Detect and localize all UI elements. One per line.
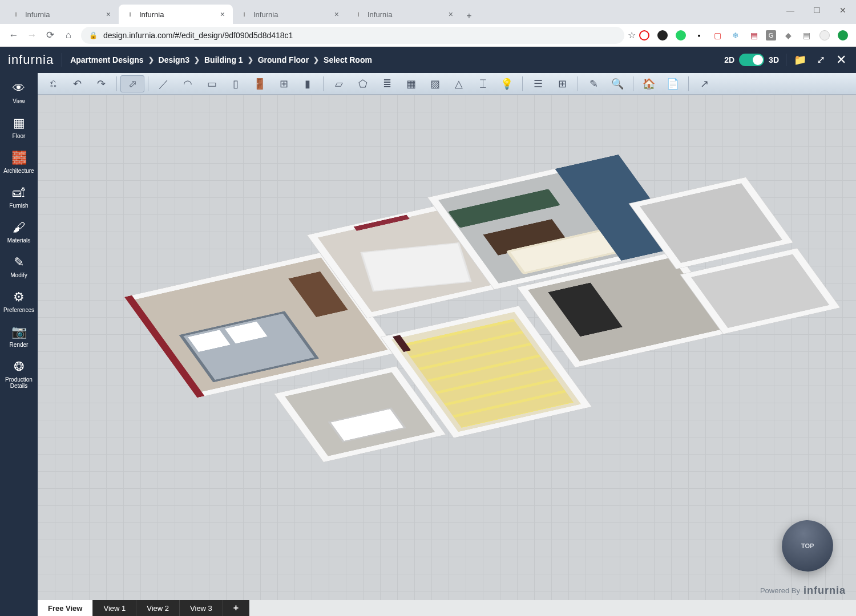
view-tab-free-view[interactable]: Free View: [38, 600, 93, 616]
breadcrumb-item-1[interactable]: Design3: [159, 55, 189, 64]
ext-misc-icon[interactable]: ▤: [800, 29, 813, 42]
view-tab-view-2[interactable]: View 2: [136, 600, 180, 616]
tool-redo-button[interactable]: ↷: [89, 75, 113, 92]
bookmark-star-icon[interactable]: ☆: [628, 30, 636, 40]
tool-door-button[interactable]: 🚪: [248, 75, 272, 92]
floorplan-3d[interactable]: [96, 161, 798, 508]
tab-close-icon[interactable]: ×: [449, 10, 453, 19]
fixture-sink[interactable]: [328, 407, 406, 442]
design-canvas[interactable]: TOP Powered By infurnia: [38, 95, 856, 600]
add-view-tab-button[interactable]: +: [223, 600, 249, 616]
ext-red-icon[interactable]: ▢: [711, 29, 724, 42]
ext-opera-icon[interactable]: [638, 29, 651, 42]
tool-ceiling-button[interactable]: ▦: [399, 75, 423, 92]
breadcrumb-item-2[interactable]: Building 1: [204, 55, 243, 64]
view-compass[interactable]: TOP: [774, 513, 840, 578]
new-tab-button[interactable]: +: [461, 8, 477, 24]
ext-green-icon[interactable]: [837, 29, 849, 42]
tab-close-icon[interactable]: ×: [334, 10, 339, 19]
sidebar-item-materials[interactable]: 🖌Materials: [0, 214, 38, 249]
sidebar-item-furnish[interactable]: 🛋Furnish: [0, 180, 38, 214]
folder-icon[interactable]: 📁: [793, 53, 807, 67]
tool-share-button[interactable]: ↗: [692, 75, 716, 92]
nav-reload-button[interactable]: ⟳: [41, 26, 59, 44]
tab-close-icon[interactable]: ×: [106, 10, 111, 19]
browser-tab-2[interactable]: i Infurnia ×: [233, 5, 347, 24]
tool-pencil-button[interactable]: ✎: [582, 75, 605, 92]
sidebar-item-preferences[interactable]: ⚙Preferences: [0, 284, 38, 319]
nav-back-button[interactable]: ←: [5, 26, 23, 44]
toggle-switch[interactable]: [739, 54, 764, 66]
tool-sheet-button[interactable]: 📄: [661, 75, 685, 92]
ext-pdf-icon[interactable]: ▤: [748, 29, 760, 42]
appliance-fridge[interactable]: [548, 283, 622, 337]
sidebar-item-view[interactable]: 👁View: [0, 75, 38, 110]
app-logo[interactable]: infurnia: [8, 52, 54, 67]
powered-by-brand: infurnia: [803, 585, 846, 597]
tool-arc-button[interactable]: ◠: [176, 75, 200, 92]
browser-tab-3[interactable]: i Infurnia ×: [347, 5, 461, 24]
nav-forward-button[interactable]: →: [23, 26, 41, 44]
browser-tab-strip: i Infurnia × i Infurnia × i Infurnia × i…: [0, 0, 856, 24]
window-minimize-button[interactable]: —: [777, 6, 803, 15]
url-input[interactable]: 🔒 design.infurnia.com/#/edit_design/9df0…: [81, 27, 624, 44]
sidebar: 👁View▦Floor🧱Architecture🛋Furnish🖌Materia…: [0, 73, 38, 616]
view-mode-toggle[interactable]: 2D 3D: [724, 54, 779, 66]
browser-tab-0[interactable]: i Infurnia ×: [5, 5, 119, 24]
staircase[interactable]: [401, 319, 574, 428]
tool-light-button[interactable]: 💡: [495, 75, 519, 92]
tool-pointer-button[interactable]: ⬀: [120, 75, 144, 92]
toolbar: ⎌↶↷⬀／◠▭▯🚪⊞▮▱⬠≣▦▨△⌶💡☰⊞✎🔍🏠📄↗: [38, 73, 856, 95]
tool-rect-button[interactable]: ▭: [200, 75, 224, 92]
sidebar-item-floor[interactable]: ▦Floor: [0, 110, 38, 145]
favicon-icon: i: [240, 10, 249, 19]
ext-snow-icon[interactable]: ❄: [729, 29, 742, 42]
window-close-button[interactable]: ✕: [830, 6, 856, 15]
breadcrumb-item-0[interactable]: Apartment Designs: [70, 55, 143, 64]
sidebar-item-production-details[interactable]: ❂Production Details: [0, 354, 38, 395]
tool-line-button[interactable]: ／: [152, 75, 176, 92]
tool-layers-button[interactable]: ☰: [526, 75, 550, 92]
tool-stool-button[interactable]: ⌶: [471, 75, 495, 92]
tool-shape-button[interactable]: ⬠: [351, 75, 375, 92]
breadcrumb-item-4[interactable]: Select Room: [324, 55, 372, 64]
favicon-icon: i: [11, 10, 21, 19]
nav-home-button[interactable]: ⌂: [59, 26, 78, 44]
furniture-bed[interactable]: [179, 311, 319, 382]
ext-g-icon[interactable]: G: [766, 30, 776, 40]
tool-undo-button[interactable]: ↶: [65, 75, 89, 92]
tool-home-button[interactable]: 🏠: [637, 75, 661, 92]
sidebar-item-modify[interactable]: ✎Modify: [0, 249, 38, 284]
view-tab-view-1[interactable]: View 1: [93, 600, 136, 616]
tool-roof-button[interactable]: △: [447, 75, 471, 92]
wall-art[interactable]: [354, 215, 410, 231]
toolbar-divider: [116, 76, 117, 91]
browser-address-bar: ← → ⟳ ⌂ 🔒 design.infurnia.com/#/edit_des…: [0, 24, 856, 47]
tab-close-icon[interactable]: ×: [220, 10, 225, 19]
sidebar-item-architecture[interactable]: 🧱Architecture: [0, 145, 38, 180]
tool-stairs-button[interactable]: ≣: [375, 75, 399, 92]
tool-branch-button[interactable]: ⎌: [41, 75, 65, 92]
view-tab-view-3[interactable]: View 3: [180, 600, 223, 616]
close-icon[interactable]: ✕: [834, 53, 848, 67]
ext-drive-icon[interactable]: ◆: [782, 29, 794, 42]
door-icon: 🚪: [253, 78, 266, 90]
tool-window-button[interactable]: ⊞: [272, 75, 296, 92]
ext-dark-icon[interactable]: [656, 29, 669, 42]
ext-whatsapp-icon[interactable]: [675, 29, 687, 42]
tool-pattern-button[interactable]: ▨: [423, 75, 447, 92]
tool-search-button[interactable]: 🔍: [605, 75, 629, 92]
tool-slab-button[interactable]: ▱: [327, 75, 351, 92]
fullscreen-icon[interactable]: ⤢: [814, 53, 827, 67]
breadcrumb-item-3[interactable]: Ground Floor: [258, 55, 309, 64]
tool-wall-button[interactable]: ▯: [224, 75, 248, 92]
window-maximize-button[interactable]: ☐: [803, 6, 830, 15]
tool-grid-button[interactable]: ⊞: [550, 75, 574, 92]
profile-avatar-icon[interactable]: [818, 29, 831, 42]
sidebar-item-render[interactable]: 📷Render: [0, 319, 38, 354]
furniture-dining-table[interactable]: [362, 244, 470, 291]
tool-column-button[interactable]: ▮: [296, 75, 320, 92]
browser-tab-1[interactable]: i Infurnia ×: [119, 5, 233, 24]
room-bathroom[interactable]: [274, 366, 445, 461]
ext-square-icon[interactable]: ▪: [693, 29, 705, 42]
